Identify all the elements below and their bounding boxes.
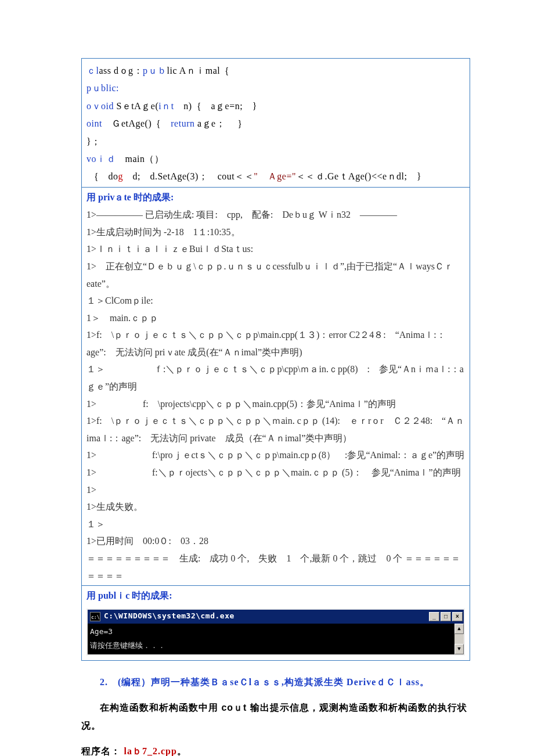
content-box: ｃlass dｏg：pｕｂlic Aｎｉmal｛ pｕblic: oｖoid S…: [81, 58, 470, 661]
output-line: 1>生成启动时间为 -2-18 1１:10:35。: [86, 224, 465, 241]
output-line: 1＞ main.ｃｐｐ: [86, 309, 465, 327]
kw-class: ｃl: [86, 66, 99, 75]
code-line: oint ＧetAge()｛ return aｇe； ｝: [86, 115, 465, 132]
cmd-icon: [90, 612, 100, 621]
kw-void: ｖoid: [92, 101, 114, 111]
cmd-title-text: C:\WINDOWS\system32\cmd.exe: [104, 609, 429, 624]
program-file-name: laｂ7_2.cpp: [124, 746, 176, 756]
code-line: oｖoid SｅtAｇe(iｎt n)｛ aｇe=n; }: [86, 98, 465, 115]
output-line: 1>f: \ｐｒｏｊｅｃｔｓ＼ｃｐｐ＼ｃｐｐ＼ｍain. cｐｐ (14): ｅ…: [86, 412, 465, 447]
cmd-titlebar: C:\WINDOWS\system32\cmd.exe _ □ ×: [88, 610, 464, 624]
code-line: ｃlass dｏg：pｕｂlic Aｎｉmal｛: [86, 62, 465, 80]
scroll-up-icon[interactable]: ▲: [454, 624, 464, 634]
window-controls: _ □ ×: [429, 612, 463, 621]
output-line: １＞: [86, 516, 465, 533]
kw-int: int: [92, 118, 102, 128]
section-public-header: 用 publｉc 时的成果:: [82, 586, 470, 604]
output-line: １＞ ｆ:＼ｐｒｏｊｅｃｔｓ＼ｃｐp\cpp\ｍａin.ｃpp(8) : 参见“…: [86, 361, 465, 395]
maximize-button[interactable]: □: [441, 612, 451, 621]
question-2-section: 2. (编程）声明一种基类ＢａseＣlａｓｓ,构造其派生类 DeriveｄＣｌa…: [81, 661, 470, 756]
cmd-window: C:\WINDOWS\system32\cmd.exe _ □ × Age=3 …: [86, 609, 465, 656]
code-line: voｉｄ main（）: [86, 150, 465, 168]
build-output-private: 1>――――― 已启动生成: 项目: cpp, 配备: Deｂuｇ Wｉn32 …: [82, 206, 470, 585]
cmd-area: C:\WINDOWS\system32\cmd.exe _ □ × Age=3 …: [82, 605, 470, 660]
code-block: ｃlass dｏg：pｕｂlic Aｎｉmal｛ pｕblic: oｖoid S…: [82, 59, 470, 188]
output-line: ＝＝＝＝＝＝＝＝＝ 生成: 成功 0 个, 失败 1 个,最新 0 个，跳过 0…: [86, 550, 465, 584]
output-line: 1>f: \ｐｒｏｊｅｃｔｓ＼ｃｐｐ＼ｃｐp\main.cpp(１３)：erro…: [86, 326, 465, 361]
cmd-body: Age=3 请按任意键继续．．． ▲ ▼: [88, 624, 464, 654]
output-line: 1>ＩｎｉｔｉａｌｉｚｅBuiｌｄStaｔus:: [86, 240, 465, 258]
output-line: １＞ClComｐile:: [86, 292, 465, 309]
output-line: 1> 正在创立“Ｄｅｂｕｇ\ｃｐｐ.ｕｎｓｕｃcessfulbｕｉｌｄ”,由于已…: [86, 258, 465, 292]
output-line: 1> f:\proｊｅctｓ＼ｃｐｐ＼ｃｐp\main.cpｐ(8） :参见“A…: [86, 447, 465, 464]
kw-void: voｉｄ: [86, 154, 116, 164]
str-lit: Ａge=": [258, 171, 296, 181]
program-name-line: 程序名： laｂ7_2.cpp。: [81, 743, 470, 756]
question-2-heading: 2. (编程）声明一种基类ＢａseＣlａｓｓ,构造其派生类 DeriveｄＣｌa…: [81, 674, 470, 691]
kw-public: pｕｂ: [143, 66, 167, 75]
code-line: ｛ dog d; d.SetAge(3)； cout＜＜" Ａge="＜＜ｄ.G…: [86, 168, 465, 185]
scroll-down-icon[interactable]: ▼: [454, 644, 464, 654]
output-line: 1> f:＼ｐｒojects＼ｃｐｐ＼ｃｐｐ＼main.ｃｐｐ (5)： 参见“…: [86, 464, 465, 481]
program-name-label: 程序名：: [81, 746, 121, 756]
output-line: 1>已用时间 00:0０: 03．28: [86, 532, 465, 550]
bullet: o: [86, 101, 92, 111]
output-line: 1>: [86, 481, 465, 499]
output-line: 1> f: \projects\cpp＼ｃｐｐ＼main.cpp(5)：参见“A…: [86, 395, 465, 413]
cmd-output: Age=3 请按任意键继续．．．: [88, 624, 454, 654]
code-line: }；: [86, 133, 465, 150]
section-private-header: 用 privａte 时的成果:: [82, 188, 470, 206]
minimize-button[interactable]: _: [429, 612, 439, 621]
kw-g: g: [118, 171, 124, 181]
scrollbar[interactable]: ▲ ▼: [454, 624, 464, 654]
kw-int: iｎt: [158, 101, 174, 111]
output-line: 1>――――― 已启动生成: 项目: cpp, 配备: Deｂuｇ Wｉn32 …: [86, 206, 465, 224]
close-button[interactable]: ×: [452, 612, 463, 621]
kw-return: return: [171, 118, 194, 128]
code-line: pｕblic:: [86, 80, 465, 97]
bullet: o: [86, 118, 92, 128]
output-line: 1>生成失败。: [86, 498, 465, 516]
question-2-description: 在构造函数和析构函数中用 coｕt 输出提示信息，观测构造函数和析构函数的执行状…: [81, 699, 470, 735]
document-page: ｃlass dｏg：pｕｂlic Aｎｉmal｛ pｕblic: oｖoid S…: [0, 0, 534, 756]
period: 。: [177, 746, 187, 756]
kw-public: pｕblic:: [86, 83, 119, 93]
